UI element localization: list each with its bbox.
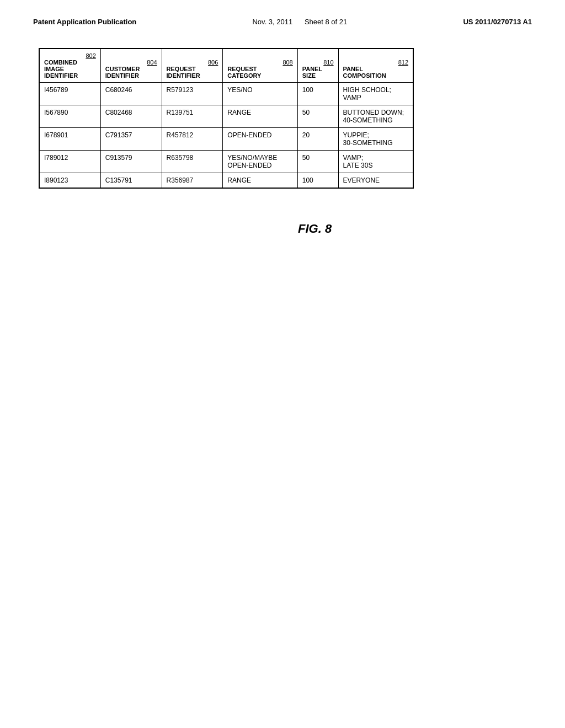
col-header-request-cat: 808 REQUESTCATEGORY <box>223 49 297 83</box>
publication-label: Patent Application Publication <box>33 18 136 26</box>
table-row: I890123C135791R356987RANGE100EVERYONE <box>40 173 413 188</box>
cell-panel_comp: HIGH SCHOOL;VAMP <box>338 83 413 105</box>
cell-customer: C135791 <box>100 173 162 188</box>
col-header-request-id: 806 REQUESTIDENTIFIER <box>162 49 223 83</box>
data-table: 802 COMBINEDIMAGEIDENTIFIER 804 CUSTOMER… <box>39 49 413 188</box>
cell-request_cat: YES/NO/MAYBEOPEN-ENDED <box>223 151 297 173</box>
cell-request_id: R356987 <box>162 173 223 188</box>
cell-customer: C802468 <box>100 105 162 128</box>
cell-customer: C791357 <box>100 128 162 151</box>
cell-combined: I789012 <box>40 151 101 173</box>
table-row: I678901C791357R457812OPEN-ENDED20YUPPIE;… <box>40 128 413 151</box>
table-header-row: 802 COMBINEDIMAGEIDENTIFIER 804 CUSTOMER… <box>40 49 413 83</box>
page-header: Patent Application Publication Nov. 3, 2… <box>0 0 565 37</box>
cell-request_cat: RANGE <box>223 105 297 128</box>
cell-panel_comp: VAMP;LATE 30S <box>338 151 413 173</box>
cell-request_id: R139751 <box>162 105 223 128</box>
cell-panel_size: 50 <box>297 151 338 173</box>
table-row: I789012C913579R635798YES/NO/MAYBEOPEN-EN… <box>40 151 413 173</box>
cell-request_id: R457812 <box>162 128 223 151</box>
cell-panel_size: 100 <box>297 173 338 188</box>
table-row: I567890C802468R139751RANGE50BUTTONED DOW… <box>40 105 413 128</box>
figure-label: FIG. 8 <box>298 222 332 236</box>
data-table-container: 802 COMBINEDIMAGEIDENTIFIER 804 CUSTOMER… <box>39 48 414 189</box>
cell-customer: C680246 <box>100 83 162 105</box>
cell-panel_comp: EVERYONE <box>338 173 413 188</box>
cell-customer: C913579 <box>100 151 162 173</box>
cell-request_id: R579123 <box>162 83 223 105</box>
table-row: I456789C680246R579123YES/NO100HIGH SCHOO… <box>40 83 413 105</box>
patent-number: US 2011/0270713 A1 <box>463 18 532 26</box>
cell-panel_size: 100 <box>297 83 338 105</box>
cell-combined: I567890 <box>40 105 101 128</box>
cell-panel_comp: YUPPIE;30-SOMETHING <box>338 128 413 151</box>
cell-request_id: R635798 <box>162 151 223 173</box>
cell-request_cat: YES/NO <box>223 83 297 105</box>
cell-request_cat: OPEN-ENDED <box>223 128 297 151</box>
cell-combined: I456789 <box>40 83 101 105</box>
cell-panel_size: 20 <box>297 128 338 151</box>
cell-combined: I678901 <box>40 128 101 151</box>
cell-panel_size: 50 <box>297 105 338 128</box>
cell-combined: I890123 <box>40 173 101 188</box>
col-header-panel-size: 810 PANELSIZE <box>297 49 338 83</box>
col-header-customer: 804 CUSTOMERIDENTIFIER <box>100 49 162 83</box>
cell-panel_comp: BUTTONED DOWN;40-SOMETHING <box>338 105 413 128</box>
col-header-panel-comp: 812 PANELCOMPOSITION <box>338 49 413 83</box>
publication-date: Nov. 3, 2011 Sheet 8 of 21 <box>252 18 347 26</box>
col-header-combined: 802 COMBINEDIMAGEIDENTIFIER <box>40 49 101 83</box>
cell-request_cat: RANGE <box>223 173 297 188</box>
main-content: 802 COMBINEDIMAGEIDENTIFIER 804 CUSTOMER… <box>0 37 565 236</box>
